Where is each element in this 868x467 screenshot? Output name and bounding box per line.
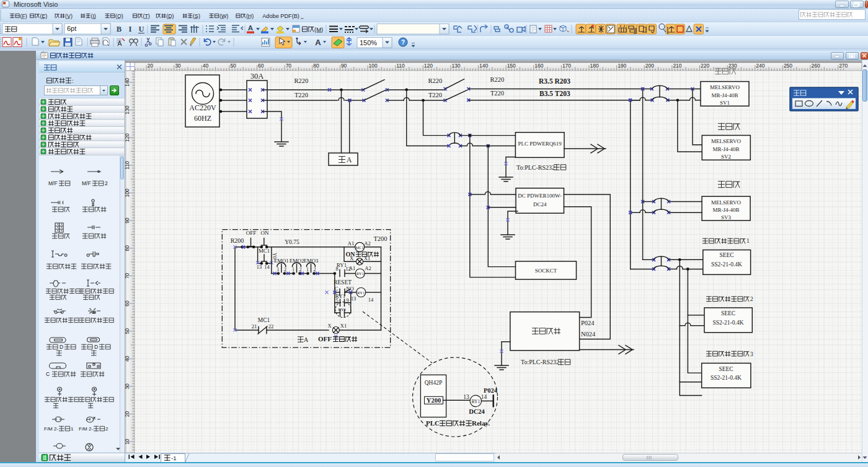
svg-text:8: 8: [335, 266, 338, 272]
svg-text:13: 13: [463, 394, 469, 400]
svg-text:OFF: OFF: [246, 230, 257, 236]
svg-text:P024: P024: [581, 320, 595, 326]
svg-text:200: 200: [645, 63, 654, 69]
svg-text:2: 2: [314, 267, 316, 273]
svg-text:30: 30: [175, 63, 181, 69]
svg-text:130: 130: [124, 105, 130, 114]
svg-text:T220: T220: [490, 90, 504, 97]
svg-text:80: 80: [124, 245, 130, 251]
svg-text:RESET: RESET: [334, 279, 352, 286]
svg-text:T200: T200: [373, 235, 387, 242]
svg-text:DC24: DC24: [469, 408, 485, 415]
svg-text:60: 60: [124, 300, 130, 307]
svg-text:1: 1: [292, 267, 294, 273]
svg-text:MC1: MC1: [356, 245, 364, 250]
svg-text:30A: 30A: [250, 72, 264, 81]
svg-text:180: 180: [590, 63, 599, 69]
svg-text:14: 14: [481, 394, 487, 400]
svg-text:SEEC: SEEC: [719, 252, 733, 258]
svg-text:SEEC: SEEC: [719, 366, 733, 372]
svg-text:70: 70: [124, 273, 130, 279]
svg-text:R220: R220: [490, 76, 505, 83]
svg-text:MC1: MC1: [259, 248, 270, 254]
svg-text:90: 90: [341, 63, 347, 69]
svg-text:60: 60: [258, 63, 264, 69]
svg-text:80: 80: [313, 63, 319, 69]
svg-text:To:PLC-RS232: To:PLC-RS232: [516, 164, 555, 171]
svg-text:170: 170: [562, 63, 571, 69]
svg-text:X1: X1: [340, 323, 347, 329]
svg-text:SV3: SV3: [721, 214, 732, 220]
svg-text:T220: T220: [428, 92, 442, 98]
svg-text:20: 20: [124, 411, 130, 417]
svg-text:MR-J4-40B: MR-J4-40B: [712, 146, 739, 152]
svg-text:2: 2: [299, 267, 302, 273]
svg-text:A1: A1: [349, 265, 355, 271]
svg-text:SV2: SV2: [721, 154, 731, 160]
svg-text:21: 21: [252, 323, 257, 330]
svg-text:230: 230: [728, 63, 737, 69]
svg-text:RY1: RY1: [471, 399, 480, 404]
svg-text:13: 13: [257, 264, 262, 270]
svg-text:110: 110: [396, 63, 405, 69]
svg-text:220: 220: [701, 63, 709, 69]
svg-text:50: 50: [230, 63, 236, 69]
svg-text:DC24: DC24: [533, 201, 547, 207]
svg-text:R220: R220: [294, 77, 309, 84]
svg-text:150: 150: [507, 63, 516, 69]
svg-text:250: 250: [784, 63, 792, 69]
svg-text:N024: N024: [581, 331, 596, 338]
svg-text:MELSERVO: MELSERVO: [711, 199, 741, 206]
svg-text:Relay.: Relay.: [472, 419, 490, 427]
svg-text:70: 70: [286, 63, 292, 69]
svg-text:RY1: RY1: [357, 290, 365, 295]
svg-text:100: 100: [124, 188, 130, 197]
svg-text:14: 14: [368, 297, 374, 303]
svg-text:130: 130: [451, 63, 460, 69]
svg-text:A2: A2: [364, 240, 370, 247]
svg-text:A1: A1: [348, 240, 354, 247]
svg-text:140: 140: [479, 63, 488, 69]
svg-text:A: A: [304, 336, 309, 343]
svg-text:40: 40: [203, 63, 209, 69]
svg-text:SEEC: SEEC: [721, 310, 735, 316]
svg-text:140: 140: [124, 78, 130, 87]
svg-text:B3.5 T203: B3.5 T203: [539, 90, 570, 97]
svg-text:40: 40: [124, 356, 130, 362]
svg-text:30: 30: [124, 383, 130, 390]
svg-text:9: 9: [346, 297, 348, 303]
svg-text:ON: ON: [261, 230, 269, 236]
svg-text:QH42P: QH42P: [425, 380, 443, 386]
svg-text:22: 22: [268, 323, 274, 330]
svg-text:X: X: [327, 323, 331, 329]
svg-text:T220: T220: [294, 92, 308, 98]
svg-text:P024: P024: [484, 387, 498, 394]
svg-text:MC1: MC1: [258, 317, 270, 323]
svg-text:60HZ: 60HZ: [194, 114, 211, 123]
svg-text:1: 1: [277, 267, 279, 273]
svg-text:R3.5 R203: R3.5 R203: [539, 77, 570, 85]
svg-text:DC PDWER100W-: DC PDWER100W-: [518, 193, 562, 199]
svg-text:14: 14: [264, 264, 270, 270]
svg-text:240: 240: [756, 63, 764, 69]
svg-text:SV1: SV1: [720, 100, 730, 106]
svg-text:50: 50: [124, 328, 130, 334]
svg-text:R220: R220: [428, 77, 443, 84]
svg-text:13: 13: [351, 295, 356, 302]
svg-text:2: 2: [750, 296, 753, 302]
svg-text:X1: X1: [364, 255, 370, 261]
svg-text:110: 110: [124, 161, 130, 170]
svg-text:PLC: PLC: [426, 419, 440, 427]
svg-text:SS2-21-0.4K: SS2-21-0.4K: [711, 375, 742, 381]
svg-text:SOCKCT: SOCKCT: [535, 268, 557, 274]
svg-text:100: 100: [369, 63, 378, 69]
svg-text:3: 3: [750, 351, 753, 357]
svg-text:A2: A2: [365, 265, 371, 271]
svg-text:MR-J4-40B: MR-J4-40B: [711, 92, 738, 98]
svg-text:ON: ON: [346, 251, 356, 258]
svg-text:190: 190: [618, 63, 626, 69]
svg-text:270: 270: [839, 63, 848, 69]
svg-text:160: 160: [534, 63, 543, 69]
svg-text:C: C: [335, 286, 339, 292]
svg-text:210: 210: [673, 63, 681, 69]
